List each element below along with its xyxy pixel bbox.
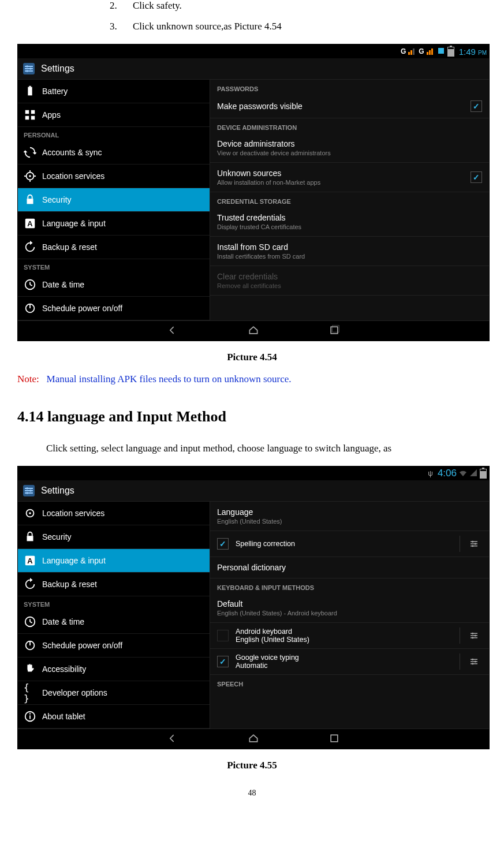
settings-content: LanguageEnglish (United States) Spelling… (210, 502, 489, 729)
svg-point-72 (472, 659, 473, 660)
info-icon (24, 710, 36, 723)
settings-content: PASSWORDS Make passwords visible DEVICE … (210, 80, 489, 320)
svg-point-41 (26, 487, 28, 490)
checkbox-icon[interactable] (217, 538, 229, 550)
clock-icon (24, 278, 36, 291)
clock-icon (24, 615, 36, 628)
row-spelling[interactable]: Spelling correction (210, 531, 489, 557)
svg-rect-2 (413, 48, 415, 55)
sidebar-item-accounts[interactable]: Accounts & sync (18, 141, 210, 165)
home-button[interactable] (248, 733, 259, 746)
row-default[interactable]: DefaultEnglish (United States) - Android… (210, 593, 489, 623)
a-icon: A (24, 554, 36, 567)
power-icon (24, 302, 36, 315)
row-install-sd[interactable]: Install from SD cardInstall certificates… (210, 237, 489, 266)
svg-rect-19 (31, 116, 35, 119)
svg-point-12 (29, 68, 32, 70)
sidebar-label: About tablet (42, 712, 85, 721)
svg-rect-38 (25, 488, 33, 489)
svg-point-56 (29, 713, 31, 714)
backup-icon (24, 241, 36, 253)
svg-rect-9 (25, 68, 33, 69)
row-language[interactable]: LanguageEnglish (United States) (210, 502, 489, 531)
svg-rect-16 (25, 110, 29, 114)
sidebar-item-security[interactable]: Security (18, 525, 210, 549)
sidebar-item-language[interactable]: A Language & input (18, 549, 210, 573)
sidebar-label: Backup & reset (42, 580, 97, 589)
sidebar-item-location[interactable]: Location services (18, 502, 210, 525)
sidebar-label: Security (42, 195, 72, 204)
sidebar-item-backup[interactable]: Backup & reset (18, 236, 210, 259)
signal-bars-icon (427, 47, 435, 57)
note-label: Note: (17, 374, 39, 384)
sidebar-item-backup[interactable]: Backup & reset (18, 573, 210, 596)
svg-point-21 (29, 175, 31, 177)
recent-button[interactable] (328, 324, 340, 338)
battery-icon (24, 85, 36, 98)
step-item: 2.Click safety. (110, 0, 487, 12)
svg-point-73 (475, 661, 476, 663)
svg-rect-17 (31, 110, 35, 114)
category-keyboard: KEYBOARD & INPUT METHODS (210, 578, 489, 593)
row-device-admins[interactable]: Device administratorsView or deactivate … (210, 133, 489, 163)
svg-point-62 (472, 545, 473, 547)
sidebar-label: Location services (42, 509, 104, 518)
row-passwords-visible[interactable]: Make passwords visible (210, 95, 489, 118)
sliders-icon[interactable] (460, 536, 482, 552)
sidebar-item-schedule[interactable]: Schedule power on/off (18, 634, 210, 658)
svg-point-66 (472, 633, 473, 634)
svg-point-11 (26, 65, 28, 68)
sidebar-item-datetime[interactable]: Date & time (18, 610, 210, 634)
settings-icon (21, 61, 36, 76)
svg-rect-1 (410, 50, 412, 55)
sidebar-item-accessibility[interactable]: Accessibility (18, 658, 210, 681)
sidebar-item-apps[interactable]: Apps (18, 103, 210, 127)
app-title: Settings (41, 64, 74, 74)
back-button[interactable] (167, 324, 178, 338)
sidebar-item-schedule[interactable]: Schedule power on/off (18, 297, 210, 320)
category-passwords: PASSWORDS (210, 80, 489, 95)
recent-button[interactable] (328, 733, 340, 746)
row-android-keyboard[interactable]: Android keyboardEnglish (United States) (210, 623, 489, 649)
navbar (18, 729, 489, 749)
svg-text:A: A (27, 557, 32, 565)
note-line: Note: Manual installing APK files needs … (17, 374, 487, 385)
row-personal-dict[interactable]: Personal dictionary (210, 557, 489, 578)
step-item: 3.Click unknown source,as Picture 4.54 (110, 21, 487, 32)
sidebar-item-location[interactable]: Location services (18, 165, 210, 188)
row-google-voice[interactable]: Google voice typingAutomatic (210, 649, 489, 675)
sidebar-item-security[interactable]: Security (18, 188, 210, 212)
row-trusted-creds[interactable]: Trusted credentialsDisplay trusted CA ce… (210, 207, 489, 237)
sidebar-item-about[interactable]: About tablet (18, 705, 210, 729)
sidebar: Battery Apps PERSONAL Accounts & sync Lo… (18, 80, 210, 320)
sidebar-label: Schedule power on/off (42, 641, 122, 650)
target-icon (24, 170, 36, 182)
sidebar-label: Developer options (42, 688, 107, 697)
checkbox-icon[interactable] (217, 656, 229, 667)
sidebar-item-battery[interactable]: Battery (18, 80, 210, 103)
category-speech: SPEECH (210, 675, 489, 690)
checkbox-icon (217, 630, 229, 641)
svg-rect-18 (25, 116, 29, 119)
home-button[interactable] (248, 324, 259, 338)
sidebar-label: Date & time (42, 280, 84, 289)
sidebar-item-language[interactable]: A Language & input (18, 212, 210, 236)
settings-icon (21, 483, 36, 498)
sidebar-label: Language & input (42, 219, 106, 228)
checkbox-icon[interactable] (471, 171, 482, 183)
sidebar-item-developer[interactable]: { } Developer options (18, 681, 210, 705)
back-button[interactable] (167, 733, 178, 746)
svg-rect-10 (25, 70, 33, 72)
sidebar-label: Location services (42, 171, 104, 181)
svg-point-45 (29, 512, 31, 514)
caption-2: Picture 4.55 (17, 760, 487, 771)
checkbox-icon[interactable] (471, 100, 482, 112)
sidebar-category: SYSTEM (18, 596, 210, 610)
sliders-icon[interactable] (460, 628, 482, 644)
row-unknown-sources[interactable]: Unknown sourcesAllow installation of non… (210, 163, 489, 192)
sliders-icon[interactable] (460, 653, 482, 670)
sidebar-item-datetime[interactable]: Date & time (18, 273, 210, 297)
apps-icon (24, 109, 36, 121)
svg-point-43 (26, 492, 28, 494)
signal-bars-icon (408, 47, 416, 57)
